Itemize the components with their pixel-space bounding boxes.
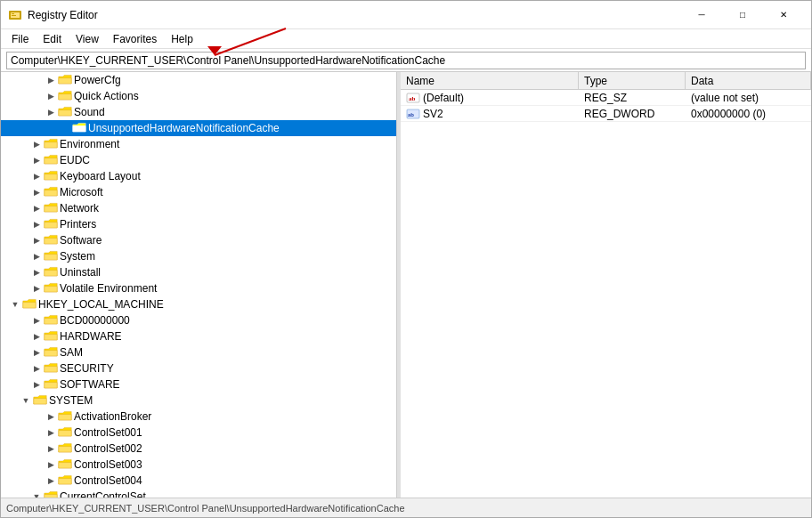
- expander-environment[interactable]: ▶: [29, 137, 44, 151]
- folder-icon-hklm: [22, 298, 37, 311]
- maximize-button[interactable]: □: [722, 1, 763, 29]
- tree-item-network[interactable]: ▶ Network: [1, 200, 396, 216]
- menu-edit[interactable]: Edit: [36, 31, 69, 47]
- status-text: Computer\HKEY_CURRENT_USER\Control Panel…: [6, 503, 405, 514]
- tree-item-activation-broker[interactable]: ▶ ActivationBroker: [1, 409, 396, 425]
- expander-powercfg[interactable]: ▶: [44, 73, 58, 87]
- folder-icon-software2: [44, 378, 58, 391]
- tree-item-unsupported[interactable]: UnsupportedHardwareNotificationCache: [1, 120, 396, 136]
- expander-volatile-env[interactable]: ▶: [29, 281, 44, 295]
- expander-controlset004[interactable]: ▶: [44, 473, 58, 488]
- expander-quick-actions[interactable]: ▶: [44, 89, 58, 103]
- expander-uninstall[interactable]: ▶: [29, 265, 44, 279]
- col-header-data[interactable]: Data: [686, 72, 811, 89]
- col-header-type[interactable]: Type: [579, 72, 686, 89]
- tree-item-current-controlset[interactable]: ▼ CurrentControlSet: [1, 489, 396, 498]
- folder-icon-hardware: [44, 330, 58, 343]
- registry-icon: [8, 8, 22, 22]
- title-bar-title: Registry Editor: [28, 9, 98, 21]
- tree-item-controlset004[interactable]: ▶ ControlSet004: [1, 473, 396, 489]
- label-network: Network: [60, 202, 99, 214]
- menu-help[interactable]: Help: [164, 31, 200, 47]
- tree-item-system2[interactable]: ▼ SYSTEM: [1, 393, 396, 409]
- tree-item-sound[interactable]: ▶ Sound: [1, 104, 396, 120]
- close-button[interactable]: ✕: [763, 1, 804, 29]
- label-controlset001: ControlSet001: [74, 426, 142, 439]
- tree-item-system[interactable]: ▶ System: [1, 248, 396, 264]
- tree-pane[interactable]: ▶ PowerCfg ▶ Quick Actions ▶ Sound Unsup…: [1, 72, 397, 498]
- expander-security[interactable]: ▶: [29, 361, 44, 376]
- tree-item-keyboard-layout[interactable]: ▶ Keyboard Layout: [1, 168, 396, 184]
- label-printers: Printers: [60, 218, 96, 231]
- tree-item-powercfg[interactable]: ▶ PowerCfg: [1, 72, 396, 88]
- expander-keyboard-layout[interactable]: ▶: [29, 169, 44, 183]
- folder-icon-bcd: [44, 314, 58, 327]
- expander-network[interactable]: ▶: [29, 201, 44, 215]
- expander-controlset003[interactable]: ▶: [44, 457, 58, 472]
- detail-row-sv2[interactable]: ab SV2 REG_DWORD 0x00000000 (0): [401, 106, 811, 122]
- label-sam: SAM: [60, 346, 83, 359]
- folder-icon-uninstall: [44, 266, 58, 279]
- folder-icon-current-controlset: [44, 490, 58, 498]
- label-security: SECURITY: [60, 362, 114, 375]
- tree-item-hklm[interactable]: ▼ HKEY_LOCAL_MACHINE: [1, 296, 396, 312]
- label-sound: Sound: [74, 106, 105, 118]
- address-input[interactable]: [6, 52, 806, 69]
- folder-icon-system: [44, 250, 58, 263]
- tree-item-security[interactable]: ▶ SECURITY: [1, 360, 396, 376]
- tree-item-software2[interactable]: ▶ SOFTWARE: [1, 376, 396, 393]
- expander-controlset002[interactable]: ▶: [44, 441, 58, 456]
- detail-row-default[interactable]: ab (Default) REG_SZ (value not set): [401, 90, 811, 106]
- detail-header: Name Type Data: [401, 72, 811, 90]
- tree-item-environment[interactable]: ▶ Environment: [1, 136, 396, 152]
- minimize-button[interactable]: ─: [681, 1, 722, 29]
- expander-system[interactable]: ▶: [29, 249, 44, 263]
- expander-software2[interactable]: ▶: [29, 377, 44, 392]
- expander-microsoft[interactable]: ▶: [29, 185, 44, 199]
- tree-item-uninstall[interactable]: ▶ Uninstall: [1, 264, 396, 280]
- expander-system2[interactable]: ▼: [19, 393, 33, 408]
- tree-item-sam[interactable]: ▶ SAM: [1, 344, 396, 360]
- tree-item-controlset001[interactable]: ▶ ControlSet001: [1, 425, 396, 441]
- tree-item-printers[interactable]: ▶ Printers: [1, 216, 396, 232]
- tree-item-microsoft[interactable]: ▶ Microsoft: [1, 184, 396, 200]
- label-environment: Environment: [60, 138, 119, 150]
- title-bar-left: Registry Editor: [8, 8, 98, 22]
- tree-item-software[interactable]: ▶ Software: [1, 232, 396, 248]
- tree-item-controlset003[interactable]: ▶ ControlSet003: [1, 457, 396, 473]
- expander-sound[interactable]: ▶: [44, 105, 58, 119]
- tree-item-hardware[interactable]: ▶ HARDWARE: [1, 328, 396, 344]
- expander-current-controlset[interactable]: ▼: [29, 490, 44, 498]
- tree-item-eudc[interactable]: ▶ EUDC: [1, 152, 396, 168]
- tree-item-volatile-env[interactable]: ▶ Volatile Environment: [1, 280, 396, 296]
- label-volatile-env: Volatile Environment: [60, 282, 157, 295]
- status-bar: Computer\HKEY_CURRENT_USER\Control Panel…: [1, 498, 811, 517]
- expander-hardware[interactable]: ▶: [29, 329, 44, 344]
- col-header-name[interactable]: Name: [401, 72, 579, 89]
- expander-software[interactable]: ▶: [29, 233, 44, 247]
- folder-icon-activation-broker: [58, 410, 72, 423]
- expander-printers[interactable]: ▶: [29, 217, 44, 231]
- detail-data-sv2: 0x00000000 (0): [686, 108, 811, 120]
- tree-item-quick-actions[interactable]: ▶ Quick Actions: [1, 88, 396, 104]
- label-current-controlset: CurrentControlSet: [60, 490, 146, 498]
- menu-favorites[interactable]: Favorites: [106, 31, 164, 47]
- menu-file[interactable]: File: [4, 31, 36, 47]
- expander-controlset001[interactable]: ▶: [44, 425, 58, 440]
- svg-text:ab: ab: [409, 95, 416, 102]
- expander-bcd[interactable]: ▶: [29, 313, 44, 328]
- svg-text:ab: ab: [408, 112, 414, 117]
- label-hardware: HARDWARE: [60, 330, 122, 343]
- address-bar: [1, 49, 811, 72]
- detail-pane: Name Type Data ab (Default): [401, 72, 811, 498]
- expander-eudc[interactable]: ▶: [29, 153, 44, 167]
- tree-item-bcd[interactable]: ▶ BCD00000000: [1, 312, 396, 328]
- tree-item-controlset002[interactable]: ▶ ControlSet002: [1, 441, 396, 457]
- label-system: System: [60, 250, 95, 263]
- expander-unsupported[interactable]: [58, 121, 72, 135]
- menu-view[interactable]: View: [69, 31, 106, 47]
- expander-sam[interactable]: ▶: [29, 345, 44, 360]
- folder-icon-sound: [58, 106, 72, 118]
- expander-activation-broker[interactable]: ▶: [44, 409, 58, 424]
- expander-hklm[interactable]: ▼: [8, 297, 22, 312]
